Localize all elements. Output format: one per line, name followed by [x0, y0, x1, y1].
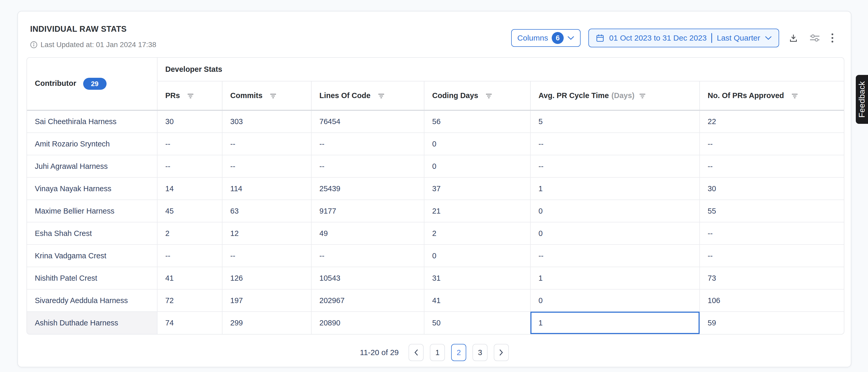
stat-cell[interactable]: -- [700, 222, 844, 245]
page-1-button[interactable]: 1 [430, 344, 445, 361]
contributor-cell[interactable]: Nishith Patel Crest [27, 267, 157, 289]
contributor-cell[interactable]: Maxime Bellier Harness [27, 200, 157, 222]
contributor-cell[interactable]: Juhi Agrawal Harness [27, 155, 157, 177]
contributor-cell[interactable]: Ashish Duthade Harness [27, 312, 157, 334]
stat-cell[interactable]: 25439 [311, 177, 424, 200]
stat-cell[interactable]: 1 [530, 177, 700, 200]
stat-cell[interactable]: 106 [700, 289, 844, 312]
stat-cell[interactable]: 14 [157, 177, 222, 200]
contributor-cell[interactable]: Vinaya Nayak Harness [27, 177, 157, 200]
stat-cell[interactable]: 2 [424, 222, 530, 245]
stat-cell[interactable]: -- [700, 133, 844, 155]
stat-cell[interactable]: 2 [157, 222, 222, 245]
filter-icon[interactable] [791, 93, 798, 98]
stat-cell[interactable]: 197 [222, 289, 311, 312]
stat-cell[interactable]: 1 [530, 267, 700, 289]
stat-cell[interactable]: 126 [222, 267, 311, 289]
prev-page-button[interactable] [408, 344, 424, 361]
stat-cell[interactable]: -- [700, 245, 844, 267]
column-header-avg-pr-cycle-time[interactable]: Avg. PR Cycle Time(Days) [530, 81, 700, 110]
page-2-button[interactable]: 2 [451, 344, 466, 361]
stat-cell[interactable]: -- [530, 133, 700, 155]
stat-cell[interactable]: 59 [700, 312, 844, 334]
contributor-cell[interactable]: Esha Shah Crest [27, 222, 157, 245]
download-button[interactable] [787, 31, 800, 45]
column-header-no-of-prs-approved[interactable]: No. Of PRs Approved [700, 81, 844, 110]
stat-cell[interactable]: -- [311, 155, 424, 177]
contributor-cell[interactable]: Sivareddy Aeddula Harness [27, 289, 157, 312]
column-header-lines-of-code[interactable]: Lines Of Code [311, 81, 424, 110]
stat-cell[interactable]: 22 [700, 110, 844, 133]
next-page-button[interactable] [494, 344, 509, 361]
stat-cell[interactable]: 76454 [311, 110, 424, 133]
stat-cell[interactable]: 45 [157, 200, 222, 222]
stat-cell[interactable]: -- [157, 133, 222, 155]
stat-cell[interactable]: 299 [222, 312, 311, 334]
filter-icon[interactable] [187, 93, 194, 98]
stat-cell[interactable]: 12 [222, 222, 311, 245]
stat-cell[interactable]: 202967 [311, 289, 424, 312]
filter-icon[interactable] [486, 93, 492, 98]
column-label: Coding Days [432, 91, 478, 99]
contributor-cell[interactable]: Sai Cheethirala Harness [27, 110, 157, 133]
stat-cell[interactable]: 0 [530, 200, 700, 222]
column-header-coding-days[interactable]: Coding Days [424, 81, 530, 110]
stat-cell[interactable]: 0 [424, 245, 530, 267]
stat-cell[interactable]: 56 [424, 110, 530, 133]
contributor-cell[interactable]: Krina Vadgama Crest [27, 245, 157, 267]
stat-cell[interactable]: 30 [700, 177, 844, 200]
feedback-tab[interactable]: Feedback [856, 75, 868, 124]
contributor-cell[interactable]: Amit Rozario Sryntech [27, 133, 157, 155]
stat-cell[interactable]: 31 [424, 267, 530, 289]
stat-cell[interactable]: 30 [157, 110, 222, 133]
stat-cell[interactable]: 10543 [311, 267, 424, 289]
table-row: Nishith Patel Crest411261054331173 [27, 267, 844, 289]
stat-cell[interactable]: 72 [157, 289, 222, 312]
stat-cell[interactable]: 21 [424, 200, 530, 222]
stat-cell[interactable]: -- [157, 245, 222, 267]
stat-cell[interactable]: 63 [222, 200, 311, 222]
stat-cell[interactable]: 37 [424, 177, 530, 200]
stat-cell[interactable]: -- [222, 155, 311, 177]
stat-cell[interactable]: 0 [530, 222, 700, 245]
filter-icon[interactable] [378, 93, 384, 98]
columns-button[interactable]: Columns 6 [511, 29, 581, 47]
date-preset-label: Last Quarter [717, 34, 760, 42]
column-header-commits[interactable]: Commits [222, 81, 311, 110]
stat-cell[interactable]: 50 [424, 312, 530, 334]
date-range-button[interactable]: 01 Oct 2023 to 31 Dec 2023 Last Quarter [588, 29, 779, 47]
stat-cell[interactable]: 41 [424, 289, 530, 312]
contributor-column-header[interactable]: Contributor 29 [27, 58, 157, 110]
stat-cell[interactable]: 5 [530, 110, 700, 133]
stat-cell[interactable]: -- [311, 245, 424, 267]
stat-cell[interactable]: 41 [157, 267, 222, 289]
column-header-prs[interactable]: PRs [157, 81, 222, 110]
stat-cell[interactable]: 49 [311, 222, 424, 245]
stat-cell[interactable]: 0 [530, 289, 700, 312]
more-options-button[interactable] [830, 31, 835, 45]
filter-settings-button[interactable] [808, 31, 822, 45]
stat-cell[interactable]: 0 [424, 155, 530, 177]
stat-cell[interactable]: -- [700, 155, 844, 177]
filter-icon[interactable] [639, 93, 646, 98]
stat-cell[interactable]: -- [530, 245, 700, 267]
stat-cell[interactable]: 9177 [311, 200, 424, 222]
stat-cell[interactable]: 114 [222, 177, 311, 200]
individual-raw-stats-card: INDIVIDUAL RAW STATS Last Updated at: 01… [18, 11, 851, 367]
stat-cell[interactable]: 1 [530, 312, 700, 334]
stat-cell[interactable]: 73 [700, 267, 844, 289]
stat-cell[interactable]: -- [222, 133, 311, 155]
stat-cell[interactable]: -- [222, 245, 311, 267]
stat-cell[interactable]: -- [311, 133, 424, 155]
stat-cell[interactable]: 74 [157, 312, 222, 334]
stats-table: Contributor 29 Developer Stats PRs Commi… [27, 57, 844, 335]
stat-cell[interactable]: 55 [700, 200, 844, 222]
filter-icon[interactable] [270, 93, 277, 98]
stat-cell[interactable]: 303 [222, 110, 311, 133]
last-updated: Last Updated at: 01 Jan 2024 17:38 [30, 40, 156, 49]
stat-cell[interactable]: -- [157, 155, 222, 177]
stat-cell[interactable]: 20890 [311, 312, 424, 334]
stat-cell[interactable]: 0 [424, 133, 530, 155]
stat-cell[interactable]: -- [530, 155, 700, 177]
page-3-button[interactable]: 3 [472, 344, 488, 361]
